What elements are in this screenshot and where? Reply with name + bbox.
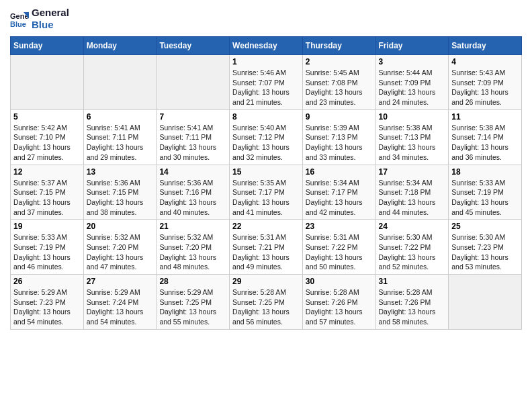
day-number: 27 — [87, 277, 154, 286]
calendar-body: 1Sunrise: 5:46 AMSunset: 7:07 PMDaylight… — [11, 55, 522, 330]
day-number: 29 — [232, 277, 300, 286]
header-day-thursday: Thursday — [302, 37, 375, 55]
calendar-cell: 26Sunrise: 5:29 AMSunset: 7:23 PMDayligh… — [11, 275, 84, 330]
day-number: 19 — [13, 222, 81, 231]
day-info: Sunrise: 5:33 AMSunset: 7:19 PMDaylight:… — [13, 232, 81, 272]
day-info: Sunrise: 5:31 AMSunset: 7:22 PMDaylight:… — [306, 232, 373, 272]
day-number: 8 — [232, 112, 300, 122]
day-number: 26 — [13, 277, 81, 286]
day-info: Sunrise: 5:37 AMSunset: 7:15 PMDaylight:… — [13, 178, 81, 218]
day-info: Sunrise: 5:30 AMSunset: 7:22 PMDaylight:… — [379, 232, 446, 272]
day-info: Sunrise: 5:29 AMSunset: 7:23 PMDaylight:… — [13, 287, 81, 327]
day-number: 7 — [159, 112, 226, 122]
day-number: 24 — [379, 222, 446, 231]
calendar-cell: 12Sunrise: 5:37 AMSunset: 7:15 PMDayligh… — [11, 165, 84, 220]
svg-text:Blue: Blue — [10, 20, 26, 28]
calendar-week-3: 12Sunrise: 5:37 AMSunset: 7:15 PMDayligh… — [11, 165, 522, 220]
day-info: Sunrise: 5:32 AMSunset: 7:20 PMDaylight:… — [159, 232, 226, 272]
calendar-cell: 10Sunrise: 5:38 AMSunset: 7:13 PMDayligh… — [375, 109, 449, 165]
day-number: 9 — [306, 112, 373, 122]
day-number: 3 — [379, 57, 446, 66]
calendar-cell: 31Sunrise: 5:28 AMSunset: 7:26 PMDayligh… — [375, 275, 449, 330]
calendar-cell: 1Sunrise: 5:46 AMSunset: 7:07 PMDaylight… — [230, 55, 303, 110]
day-info: Sunrise: 5:42 AMSunset: 7:10 PMDaylight:… — [13, 123, 81, 163]
calendar-week-5: 26Sunrise: 5:29 AMSunset: 7:23 PMDayligh… — [11, 275, 522, 330]
day-number: 18 — [451, 167, 519, 177]
calendar-cell: 14Sunrise: 5:36 AMSunset: 7:16 PMDayligh… — [157, 165, 230, 220]
header-day-sunday: Sunday — [11, 37, 84, 55]
header-day-wednesday: Wednesday — [230, 37, 303, 55]
header-day-friday: Friday — [375, 37, 449, 55]
day-info: Sunrise: 5:44 AMSunset: 7:09 PMDaylight:… — [379, 68, 446, 107]
calendar-cell: 27Sunrise: 5:29 AMSunset: 7:24 PMDayligh… — [83, 275, 157, 330]
day-info: Sunrise: 5:36 AMSunset: 7:16 PMDaylight:… — [159, 178, 226, 218]
calendar-cell — [83, 55, 157, 110]
calendar-cell: 4Sunrise: 5:43 AMSunset: 7:09 PMDaylight… — [449, 55, 522, 110]
day-number: 6 — [87, 112, 154, 122]
day-info: Sunrise: 5:41 AMSunset: 7:11 PMDaylight:… — [87, 123, 154, 163]
calendar-cell: 23Sunrise: 5:31 AMSunset: 7:22 PMDayligh… — [302, 220, 375, 275]
day-info: Sunrise: 5:34 AMSunset: 7:18 PMDaylight:… — [379, 178, 446, 218]
day-info: Sunrise: 5:38 AMSunset: 7:14 PMDaylight:… — [451, 123, 519, 163]
day-number: 31 — [379, 277, 446, 286]
calendar-cell — [449, 275, 522, 330]
calendar-cell: 16Sunrise: 5:34 AMSunset: 7:17 PMDayligh… — [302, 165, 375, 220]
calendar-cell: 11Sunrise: 5:38 AMSunset: 7:14 PMDayligh… — [449, 109, 522, 165]
day-number: 11 — [451, 112, 519, 122]
day-info: Sunrise: 5:32 AMSunset: 7:20 PMDaylight:… — [87, 232, 154, 272]
header-day-monday: Monday — [83, 37, 157, 55]
calendar-cell: 13Sunrise: 5:36 AMSunset: 7:15 PMDayligh… — [83, 165, 157, 220]
day-info: Sunrise: 5:40 AMSunset: 7:12 PMDaylight:… — [232, 123, 300, 163]
calendar-cell: 24Sunrise: 5:30 AMSunset: 7:22 PMDayligh… — [375, 220, 449, 275]
day-number: 25 — [451, 222, 519, 231]
calendar-cell: 7Sunrise: 5:41 AMSunset: 7:11 PMDaylight… — [157, 109, 230, 165]
calendar-cell — [11, 55, 84, 110]
logo-icon: General Blue — [10, 9, 29, 28]
calendar-cell: 15Sunrise: 5:35 AMSunset: 7:17 PMDayligh… — [230, 165, 303, 220]
header-day-saturday: Saturday — [449, 37, 522, 55]
calendar-cell: 19Sunrise: 5:33 AMSunset: 7:19 PMDayligh… — [11, 220, 84, 275]
day-number: 30 — [306, 277, 373, 286]
calendar-cell: 28Sunrise: 5:29 AMSunset: 7:25 PMDayligh… — [157, 275, 230, 330]
day-info: Sunrise: 5:31 AMSunset: 7:21 PMDaylight:… — [232, 232, 300, 272]
day-number: 21 — [159, 222, 226, 231]
calendar-table: SundayMondayTuesdayWednesdayThursdayFrid… — [10, 36, 522, 330]
day-info: Sunrise: 5:28 AMSunset: 7:26 PMDaylight:… — [379, 287, 446, 327]
day-info: Sunrise: 5:28 AMSunset: 7:26 PMDaylight:… — [306, 287, 373, 327]
day-number: 28 — [159, 277, 226, 286]
day-info: Sunrise: 5:39 AMSunset: 7:13 PMDaylight:… — [306, 123, 373, 163]
day-number: 5 — [13, 112, 81, 122]
logo: General Blue General Blue — [10, 7, 69, 31]
calendar-week-2: 5Sunrise: 5:42 AMSunset: 7:10 PMDaylight… — [11, 109, 522, 165]
day-info: Sunrise: 5:46 AMSunset: 7:07 PMDaylight:… — [232, 68, 300, 107]
day-number: 1 — [232, 57, 300, 66]
calendar-cell: 5Sunrise: 5:42 AMSunset: 7:10 PMDaylight… — [11, 109, 84, 165]
day-number: 4 — [451, 57, 519, 66]
day-number: 23 — [306, 222, 373, 231]
day-number: 20 — [87, 222, 154, 231]
logo-general: General — [32, 7, 69, 19]
day-info: Sunrise: 5:36 AMSunset: 7:15 PMDaylight:… — [87, 178, 154, 218]
day-number: 2 — [306, 57, 373, 66]
page-header: General Blue General Blue — [10, 7, 522, 31]
day-number: 15 — [232, 167, 300, 177]
calendar-cell: 17Sunrise: 5:34 AMSunset: 7:18 PMDayligh… — [375, 165, 449, 220]
calendar-cell — [157, 55, 230, 110]
calendar-header-row: SundayMondayTuesdayWednesdayThursdayFrid… — [11, 37, 522, 55]
day-info: Sunrise: 5:29 AMSunset: 7:24 PMDaylight:… — [87, 287, 154, 327]
day-info: Sunrise: 5:38 AMSunset: 7:13 PMDaylight:… — [379, 123, 446, 163]
day-info: Sunrise: 5:33 AMSunset: 7:19 PMDaylight:… — [451, 178, 519, 218]
day-info: Sunrise: 5:30 AMSunset: 7:23 PMDaylight:… — [451, 232, 519, 272]
logo-blue: Blue — [32, 19, 69, 31]
calendar-cell: 25Sunrise: 5:30 AMSunset: 7:23 PMDayligh… — [449, 220, 522, 275]
calendar-cell: 3Sunrise: 5:44 AMSunset: 7:09 PMDaylight… — [375, 55, 449, 110]
day-info: Sunrise: 5:29 AMSunset: 7:25 PMDaylight:… — [159, 287, 226, 327]
day-number: 10 — [379, 112, 446, 122]
day-number: 13 — [87, 167, 154, 177]
day-number: 17 — [379, 167, 446, 177]
day-info: Sunrise: 5:34 AMSunset: 7:17 PMDaylight:… — [306, 178, 373, 218]
day-number: 14 — [159, 167, 226, 177]
calendar-week-1: 1Sunrise: 5:46 AMSunset: 7:07 PMDaylight… — [11, 55, 522, 110]
calendar-cell: 30Sunrise: 5:28 AMSunset: 7:26 PMDayligh… — [302, 275, 375, 330]
calendar-cell: 20Sunrise: 5:32 AMSunset: 7:20 PMDayligh… — [83, 220, 157, 275]
